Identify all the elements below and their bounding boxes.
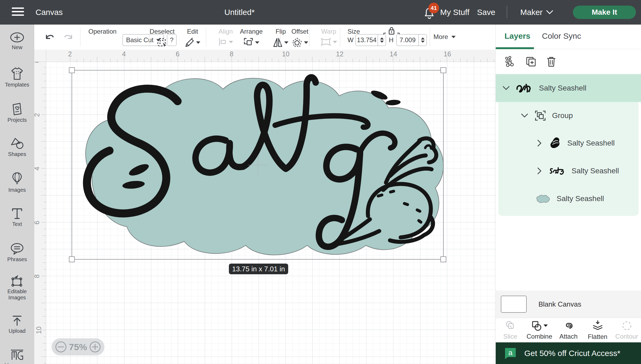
ruler-tick	[184, 60, 185, 62]
ruler-tick-label: 4	[34, 167, 41, 171]
toolbar-divider	[206, 28, 206, 46]
resize-handle-top-left[interactable]	[69, 67, 75, 73]
zoom-in-icon[interactable]	[89, 341, 101, 353]
monogram-icon	[10, 349, 24, 361]
edit-button[interactable]: Edit	[181, 25, 205, 50]
canvas-workspace[interactable]: 2 4 6 8 10 12 14 16 0 2 4 6 8 10	[34, 50, 495, 364]
layer-row-group[interactable]: Group	[498, 102, 639, 129]
left-sidebar: New Templates Projects Shapes Images Tex…	[0, 25, 34, 364]
ruler-tick	[43, 182, 46, 182]
height-stepper[interactable]	[419, 34, 427, 46]
ruler-tick	[44, 189, 46, 189]
toolbar-divider	[80, 28, 80, 46]
sidebar-item-text[interactable]: Text	[0, 208, 34, 227]
deselect-button[interactable]: Deselect	[146, 25, 178, 50]
ruler-tick	[211, 60, 212, 62]
layer-row-salty-seashell-selected[interactable]: Salty Seashell	[496, 74, 641, 102]
text-icon	[11, 208, 23, 220]
zoom-control[interactable]: 75%	[52, 338, 104, 355]
ruler-tick	[420, 57, 420, 62]
resize-handle-top-right[interactable]	[440, 67, 446, 73]
edit-pencil-icon	[185, 37, 194, 48]
group-icon	[534, 110, 546, 121]
chevron-down-icon[interactable]	[521, 113, 528, 118]
ruler-tick	[373, 60, 373, 62]
ruler-tick	[43, 155, 46, 155]
ruler-tick	[44, 175, 46, 175]
ruler-tick	[44, 310, 46, 310]
layer-row-blob[interactable]: Salty Seashell	[498, 185, 639, 213]
layer-actions-bar: Slice Combine Attach Flatten Contour	[496, 318, 641, 342]
duplicate-icon[interactable]	[525, 56, 537, 67]
machine-selector[interactable]: Maker	[520, 8, 553, 17]
ruler-tick	[238, 60, 239, 62]
ruler-tick	[353, 58, 353, 62]
sidebar-item-templates[interactable]: Templates	[0, 67, 34, 88]
width-input[interactable]	[356, 34, 378, 46]
save-button[interactable]: Save	[477, 8, 495, 17]
panel-tabs: Layers Color Sync	[496, 25, 641, 49]
sidebar-item-monogram[interactable]: Monogram	[0, 349, 34, 364]
toolbar-divider	[309, 28, 310, 46]
resize-handle-bottom-right[interactable]	[440, 256, 446, 262]
sidebar-item-projects[interactable]: Projects	[0, 103, 34, 123]
ruler-tick	[97, 57, 97, 62]
selection-bounding-box[interactable]	[72, 70, 444, 260]
undo-icon[interactable]	[44, 33, 55, 43]
delete-icon[interactable]	[546, 56, 556, 67]
ungroup-icon[interactable]	[505, 56, 516, 67]
deselect-label: Deselect	[150, 28, 174, 35]
sidebar-item-shapes[interactable]: Shapes	[0, 137, 34, 157]
offset-icon	[292, 37, 302, 48]
ruler-tick	[44, 94, 46, 95]
ruler-tick	[205, 57, 205, 62]
zoom-out-icon[interactable]	[55, 341, 67, 353]
canvas-color-swatch[interactable]	[501, 296, 527, 313]
ruler-tick	[90, 60, 91, 62]
layer-label: Salty Seashell	[557, 194, 604, 203]
ruler-tick	[70, 57, 70, 62]
redo-icon[interactable]	[63, 33, 74, 43]
attach-icon	[563, 320, 574, 331]
ruler-tick	[151, 57, 151, 62]
ruler-tick	[41, 195, 46, 195]
make-it-button[interactable]: Make It	[573, 6, 636, 19]
width-field[interactable]	[355, 34, 386, 46]
blank-canvas-row[interactable]: Blank Canvas	[496, 291, 641, 318]
offset-button[interactable]: Offset	[285, 25, 315, 50]
resize-handle-bottom-left[interactable]	[69, 256, 75, 262]
layer-row-shell[interactable]: Salty Seashell	[498, 129, 639, 157]
flatten-button[interactable]: Flatten	[583, 318, 612, 342]
ruler-tick	[474, 57, 474, 62]
header-divider	[507, 6, 507, 18]
hamburger-menu-icon[interactable]	[12, 7, 24, 17]
my-stuff-link[interactable]: My Stuff	[440, 8, 469, 17]
cricut-access-banner[interactable]: a Get 50% off Cricut Access*	[496, 342, 641, 364]
chevron-down-icon[interactable]	[503, 86, 510, 90]
more-dropdown[interactable]: More	[433, 33, 456, 41]
ruler-tick	[326, 58, 326, 62]
ruler-tick	[306, 60, 306, 62]
height-field[interactable]	[396, 34, 427, 46]
tab-color-sync[interactable]: Color Sync	[542, 32, 581, 41]
layer-row-script[interactable]: Salty Seashell	[498, 157, 639, 185]
attach-button[interactable]: Attach	[554, 318, 583, 342]
ruler-tick	[41, 249, 46, 249]
chevron-right-icon[interactable]	[537, 167, 542, 174]
align-icon	[218, 37, 227, 46]
combine-button[interactable]: Combine	[525, 318, 554, 342]
sidebar-item-new[interactable]: New	[0, 32, 34, 50]
chevron-right-icon[interactable]	[537, 140, 542, 147]
ruler-tick	[104, 60, 104, 62]
warp-icon	[320, 37, 331, 46]
sidebar-item-upload[interactable]: Upload	[0, 315, 34, 334]
slice-icon	[505, 320, 516, 331]
warp-label: Warp	[321, 28, 336, 35]
sidebar-item-editable-images[interactable]: Editable Images	[0, 275, 34, 301]
sidebar-item-phrases[interactable]: Phrases	[0, 242, 34, 263]
arrange-button[interactable]: Arrange	[234, 25, 269, 50]
tab-layers[interactable]: Layers	[505, 32, 530, 41]
sidebar-item-images[interactable]: Images	[0, 172, 34, 193]
ruler-tick	[41, 88, 46, 88]
height-input[interactable]	[397, 34, 419, 46]
